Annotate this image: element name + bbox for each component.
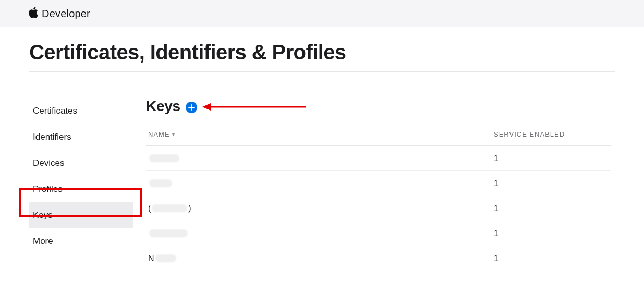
row-service-value: 1 [494,154,609,163]
table-header: NAME ▾ SERVICE ENABLED [146,130,611,146]
redacted-name [149,154,179,162]
sidebar-item-more[interactable]: More [29,228,133,254]
sidebar-item-devices[interactable]: Devices [29,150,133,176]
col-header-name-label: NAME [148,130,170,138]
sidebar-item-profiles[interactable]: Profiles [29,176,133,202]
apple-logo-icon[interactable] [29,7,39,20]
redacted-name [149,179,172,187]
section-title: Keys [146,98,180,115]
col-header-service: SERVICE ENABLED [494,130,609,138]
table-row[interactable]: 1 [146,171,611,196]
top-bar: Developer [0,0,644,27]
row-name-suffix: ) [188,204,191,213]
redacted-name [152,204,187,212]
sidebar-item-identifiers[interactable]: Identifiers [29,124,133,150]
add-key-button[interactable] [186,102,197,113]
content-area: Keys NAME ▾ SERVICE ENABLED [146,98,615,271]
col-header-name[interactable]: NAME ▾ [148,130,494,138]
table-row[interactable]: 1 [146,146,611,171]
svg-marker-1 [202,103,211,111]
sidebar-item-certificates[interactable]: Certificates [29,98,133,124]
sidebar: Certificates Identifiers Devices Profile… [29,98,133,254]
row-service-value: 1 [494,229,609,238]
row-service-value: 1 [494,204,609,213]
brand-label[interactable]: Developer [42,8,90,20]
sort-caret-icon: ▾ [172,131,175,137]
redacted-name [155,254,176,262]
row-service-value: 1 [494,254,609,263]
row-service-value: 1 [494,179,609,188]
table-row[interactable]: ( ) 1 [146,196,611,221]
sidebar-item-keys[interactable]: Keys [29,202,133,228]
annotation-arrow-icon [202,101,307,113]
row-name-prefix: ( [148,204,151,213]
row-name-prefix: N [148,254,154,263]
redacted-name [149,229,188,237]
page-title: Certificates, Identifiers & Profiles [29,41,615,72]
table-row[interactable]: N 1 [146,246,611,271]
table-row[interactable]: 1 [146,221,611,246]
